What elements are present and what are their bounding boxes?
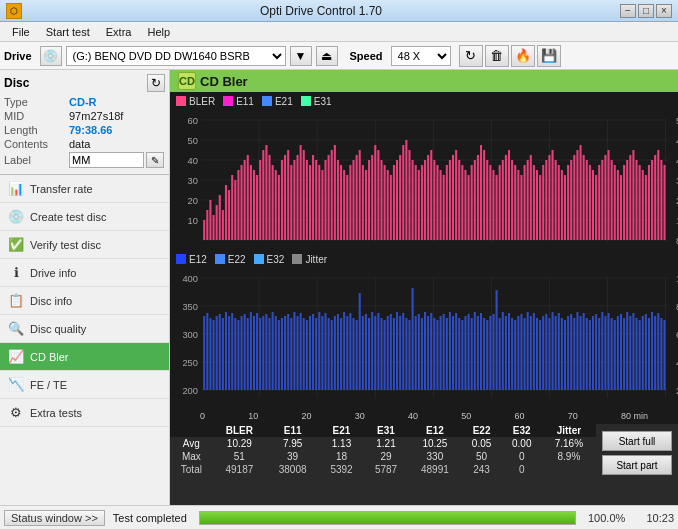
maximize-button[interactable]: □ <box>638 4 654 18</box>
sidebar-item-extra-tests[interactable]: ⚙ Extra tests <box>0 399 169 427</box>
svg-rect-257 <box>412 288 414 390</box>
status-window-button[interactable]: Status window >> <box>4 510 105 526</box>
svg-rect-85 <box>421 165 423 240</box>
sidebar-item-disc-info[interactable]: 📋 Disc info <box>0 287 169 315</box>
max-e22: 50 <box>462 450 502 463</box>
svg-rect-134 <box>573 155 575 240</box>
svg-rect-235 <box>343 312 345 390</box>
svg-rect-268 <box>446 318 448 390</box>
svg-rect-34 <box>262 150 264 240</box>
svg-rect-296 <box>533 313 535 390</box>
minimize-button[interactable]: − <box>620 4 636 18</box>
svg-rect-28 <box>244 160 246 240</box>
svg-rect-66 <box>362 165 364 240</box>
svg-rect-279 <box>480 313 482 390</box>
svg-rect-23 <box>228 190 230 240</box>
transfer-rate-icon: 📊 <box>8 181 24 197</box>
sidebar-item-verify-test-disc[interactable]: ✅ Verify test disc <box>0 231 169 259</box>
disc-header: Disc ↻ <box>4 74 165 92</box>
svg-rect-103 <box>477 155 479 240</box>
refresh-icon[interactable]: ↻ <box>459 45 483 67</box>
burn-icon[interactable]: 🔥 <box>511 45 535 67</box>
sidebar-item-drive-info[interactable]: ℹ Drive info <box>0 259 169 287</box>
svg-rect-131 <box>564 175 566 240</box>
sidebar-item-create-test-disc[interactable]: 💿 Create test disc <box>0 203 169 231</box>
drive-refresh-button[interactable]: ▼ <box>290 46 312 66</box>
svg-rect-291 <box>517 316 519 390</box>
svg-rect-162 <box>660 160 662 240</box>
col-header-jitter: Jitter <box>542 424 596 437</box>
bottom-legend: E12 E22 E32 Jitter <box>170 250 678 268</box>
svg-rect-338 <box>663 320 665 390</box>
sidebar-item-fe-te[interactable]: 📉 FE / TE <box>0 371 169 399</box>
menu-start-test[interactable]: Start test <box>38 24 98 40</box>
avg-label: Avg <box>170 437 213 450</box>
svg-rect-92 <box>443 175 445 240</box>
disc-type-label: Type <box>4 96 69 108</box>
menu-extra[interactable]: Extra <box>98 24 140 40</box>
x-label-20: 20 <box>301 411 311 421</box>
svg-rect-297 <box>536 318 538 390</box>
svg-rect-301 <box>548 318 550 390</box>
svg-rect-70 <box>374 145 376 240</box>
avg-e11: 7.95 <box>266 437 319 450</box>
svg-rect-217 <box>287 314 289 390</box>
svg-rect-234 <box>340 318 342 390</box>
svg-rect-100 <box>468 175 470 240</box>
svg-rect-105 <box>483 150 485 240</box>
menubar: File Start test Extra Help <box>0 22 678 42</box>
svg-rect-290 <box>514 320 516 390</box>
disc-label-edit-button[interactable]: ✎ <box>146 152 164 168</box>
col-header-empty <box>170 424 213 437</box>
svg-rect-137 <box>583 155 585 240</box>
svg-rect-208 <box>259 318 261 390</box>
svg-rect-63 <box>352 160 354 240</box>
svg-rect-118 <box>524 165 526 240</box>
menu-help[interactable]: Help <box>139 24 178 40</box>
svg-rect-240 <box>359 293 361 390</box>
disc-mid-value: 97m27s18f <box>69 110 123 122</box>
disc-label-input[interactable] <box>69 152 144 168</box>
svg-rect-95 <box>452 155 454 240</box>
svg-rect-82 <box>412 160 414 240</box>
svg-rect-254 <box>402 313 404 390</box>
x-label-0: 0 <box>200 411 205 421</box>
svg-rect-261 <box>424 312 426 390</box>
svg-rect-154 <box>635 160 637 240</box>
svg-text:40: 40 <box>188 156 198 166</box>
svg-rect-231 <box>331 320 333 390</box>
drive-select[interactable]: (G:) BENQ DVD DD DW1640 BSRB <box>66 46 286 66</box>
x-axis: 0 10 20 30 40 50 60 70 80 min <box>170 408 678 424</box>
svg-rect-219 <box>293 312 295 390</box>
svg-rect-81 <box>408 150 410 240</box>
erase-icon[interactable]: 🗑 <box>485 45 509 67</box>
disc-type-value: CD-R <box>69 96 97 108</box>
max-jitter: 8.9% <box>542 450 596 463</box>
menu-file[interactable]: File <box>4 24 38 40</box>
save-icon[interactable]: 💾 <box>537 45 561 67</box>
sidebar-item-cd-bler[interactable]: 📈 CD Bler <box>0 343 169 371</box>
svg-rect-86 <box>424 160 426 240</box>
sidebar-item-transfer-rate[interactable]: 📊 Transfer rate <box>0 175 169 203</box>
svg-rect-112 <box>505 155 507 240</box>
svg-rect-316 <box>595 314 597 390</box>
speed-select[interactable]: 48 X <box>391 46 451 66</box>
svg-rect-59 <box>340 165 342 240</box>
jitter-dot <box>292 254 302 264</box>
close-button[interactable]: × <box>656 4 672 18</box>
sidebar-item-disc-quality[interactable]: 🔍 Disc quality <box>0 315 169 343</box>
start-full-button[interactable]: Start full <box>602 431 672 451</box>
disc-refresh-button[interactable]: ↻ <box>147 74 165 92</box>
start-part-button[interactable]: Start part <box>602 455 672 475</box>
disc-contents-row: Contents data <box>4 138 165 150</box>
stats-avg-row: Avg 10.29 7.95 1.13 1.21 10.25 0.05 0.00… <box>170 437 596 450</box>
drive-eject-button[interactable]: ⏏ <box>316 46 338 66</box>
sidebar-item-drive-info-label: Drive info <box>30 267 76 279</box>
svg-rect-276 <box>471 318 473 390</box>
svg-rect-267 <box>443 314 445 390</box>
svg-rect-160 <box>654 155 656 240</box>
svg-rect-98 <box>461 165 463 240</box>
disc-title: Disc <box>4 76 29 90</box>
svg-rect-286 <box>502 312 504 390</box>
svg-rect-226 <box>315 318 317 390</box>
